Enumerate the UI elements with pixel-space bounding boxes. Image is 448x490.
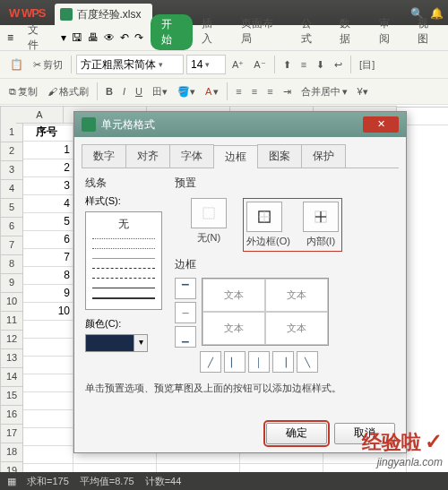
cell[interactable]: 8: [23, 267, 73, 285]
border-bottom-button[interactable]: ▁: [175, 326, 196, 348]
cell[interactable]: 1: [23, 142, 73, 159]
cell[interactable]: 2: [23, 159, 73, 177]
font-size-select[interactable]: 14▾: [186, 55, 226, 74]
cell[interactable]: 7: [23, 249, 73, 267]
paste-button[interactable]: 📋: [5, 56, 27, 73]
color-select[interactable]: ▾: [85, 334, 148, 352]
row-header[interactable]: 18: [0, 443, 23, 462]
row-header[interactable]: 3: [0, 161, 23, 180]
style-dashed[interactable]: [89, 263, 159, 273]
cell[interactable]: [23, 374, 73, 392]
cell[interactable]: 5: [23, 213, 73, 231]
menu-data[interactable]: 数据: [331, 13, 370, 50]
preview-icon[interactable]: 👁: [104, 31, 115, 44]
row-header[interactable]: 5: [0, 199, 23, 218]
menu-icon[interactable]: ≡: [7, 31, 13, 44]
border-preview[interactable]: 文本 文本 文本 文本: [202, 278, 329, 346]
tab-protect[interactable]: 保护: [301, 144, 346, 168]
tab-font[interactable]: 字体: [169, 144, 214, 168]
save-icon[interactable]: 🖫: [72, 31, 82, 44]
decrease-font-button[interactable]: A⁻: [250, 57, 269, 73]
cell[interactable]: 序号: [23, 124, 73, 142]
row-header[interactable]: 16: [0, 406, 23, 425]
tab-border[interactable]: 边框: [213, 145, 258, 168]
row-header[interactable]: 13: [0, 349, 23, 368]
status-sheet-icon[interactable]: ▦: [7, 476, 16, 487]
row-header[interactable]: 4: [0, 180, 23, 199]
row-header[interactable]: 11: [0, 312, 23, 331]
border-top-button[interactable]: ▔: [175, 278, 196, 299]
border-vmiddle-button[interactable]: │: [248, 351, 270, 373]
align-left-button[interactable]: ≡: [232, 84, 245, 99]
style-thick[interactable]: [89, 293, 159, 303]
cell[interactable]: [23, 339, 73, 357]
merge-center-button[interactable]: 合并居中▾: [297, 83, 351, 100]
bold-button[interactable]: B: [102, 84, 116, 99]
currency-button[interactable]: ¥▾: [354, 84, 372, 99]
select-all-button[interactable]: [0, 106, 18, 125]
line-style-list[interactable]: 无: [85, 211, 162, 310]
border-right-button[interactable]: ▕: [272, 351, 294, 373]
align-right-button[interactable]: ≡: [263, 84, 276, 99]
font-name-select[interactable]: 方正粗黑宋简体▾: [76, 55, 184, 74]
row-header[interactable]: 12: [0, 331, 23, 349]
tab-align[interactable]: 对齐: [125, 144, 170, 168]
border-diag1-button[interactable]: ╱: [200, 351, 221, 373]
menu-start[interactable]: 开始: [151, 14, 194, 50]
menu-review[interactable]: 审阅: [370, 13, 409, 50]
cell[interactable]: [157, 464, 240, 472]
row-header[interactable]: 10: [0, 293, 23, 312]
cell[interactable]: [23, 464, 73, 472]
close-button[interactable]: ✕: [363, 116, 399, 133]
document-tab[interactable]: 百度经验.xlsx: [55, 4, 152, 25]
cut-button[interactable]: ✂剪切: [30, 56, 66, 73]
menu-insert[interactable]: 插入: [193, 13, 232, 50]
align-top-button[interactable]: ⬆: [280, 57, 295, 73]
increase-font-button[interactable]: A⁺: [228, 57, 247, 73]
dialog-titlebar[interactable]: 单元格格式 ✕: [74, 112, 406, 137]
row-header[interactable]: 2: [0, 142, 23, 161]
cell[interactable]: 4: [23, 195, 73, 213]
style-thin[interactable]: [89, 254, 159, 263]
border-left-button[interactable]: ▏: [224, 351, 246, 373]
preset-inside-button[interactable]: [303, 202, 339, 232]
cell[interactable]: 6: [23, 231, 73, 249]
italic-button[interactable]: I: [119, 84, 129, 99]
style-dotted[interactable]: [89, 234, 159, 244]
menu-view[interactable]: 视图: [409, 13, 448, 50]
cell[interactable]: [73, 464, 157, 472]
redo-icon[interactable]: ↷: [134, 31, 143, 44]
style-none[interactable]: 无: [89, 215, 159, 234]
print-icon[interactable]: 🖶: [88, 31, 99, 44]
row-header[interactable]: 19: [0, 462, 23, 472]
ok-button[interactable]: 确定: [266, 423, 327, 444]
menu-file[interactable]: 文件: [19, 19, 56, 56]
undo-icon[interactable]: ↶: [120, 31, 129, 44]
align-center-button[interactable]: ≡: [248, 84, 261, 99]
row-header[interactable]: 6: [0, 218, 23, 236]
border-button[interactable]: 田▾: [149, 83, 171, 100]
cell[interactable]: [23, 428, 73, 446]
tab-number[interactable]: 数字: [82, 144, 126, 168]
cell[interactable]: [23, 392, 73, 410]
style-solid[interactable]: [89, 283, 159, 293]
general-format-button[interactable]: [目]: [356, 56, 378, 73]
cell[interactable]: 9: [23, 285, 73, 303]
align-middle-button[interactable]: ≡: [297, 57, 310, 72]
align-bottom-button[interactable]: ⬇: [313, 57, 328, 73]
menu-formula[interactable]: 公式: [292, 13, 332, 50]
cell[interactable]: [23, 446, 73, 464]
indent-button[interactable]: ⇥: [280, 84, 295, 99]
underline-button[interactable]: U: [132, 84, 146, 99]
cell[interactable]: 3: [23, 177, 73, 195]
cell[interactable]: [23, 410, 73, 428]
fill-color-button[interactable]: 🪣▾: [174, 84, 199, 99]
cell[interactable]: [23, 321, 73, 339]
col-header-A[interactable]: A: [16, 106, 64, 124]
preset-none-button[interactable]: [191, 198, 227, 228]
row-header[interactable]: 17: [0, 425, 23, 443]
style-dash-dot[interactable]: [89, 273, 159, 283]
row-header[interactable]: 1: [0, 124, 23, 142]
row-header[interactable]: 15: [0, 387, 23, 406]
row-header[interactable]: 8: [0, 255, 23, 274]
